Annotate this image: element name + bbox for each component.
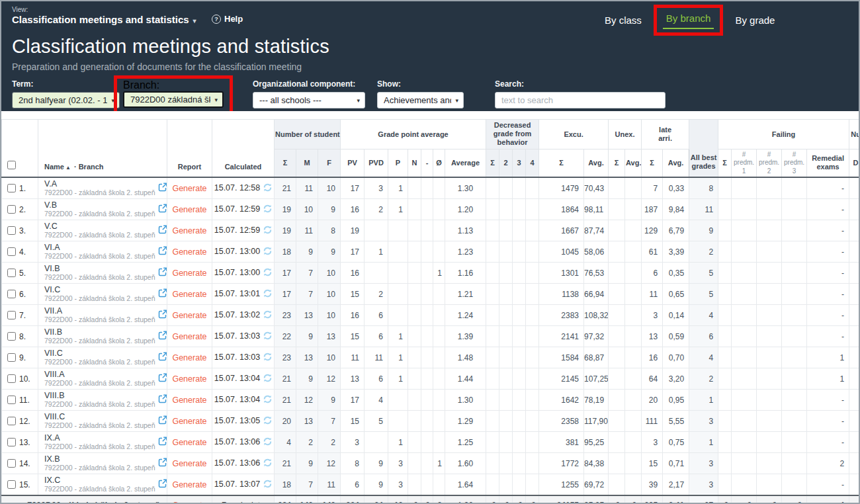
generate-link[interactable]: Generate xyxy=(172,226,206,235)
open-class-link[interactable] xyxy=(158,267,167,278)
generate-link[interactable]: Generate xyxy=(172,374,206,384)
stat-cell: 10 xyxy=(296,199,318,220)
row-checkbox[interactable] xyxy=(7,290,16,298)
view-selector[interactable]: View: Classification meetings and statis… xyxy=(12,6,196,25)
stat-cell: 20 xyxy=(642,390,663,411)
generate-link[interactable]: Generate xyxy=(172,353,206,362)
row-index: 3. xyxy=(19,226,26,235)
generate-link[interactable]: Generate xyxy=(172,396,206,405)
generate-link[interactable]: Generate xyxy=(172,332,206,341)
tab-by-grade[interactable]: By grade xyxy=(726,15,784,26)
row-checkbox[interactable] xyxy=(7,459,16,468)
recalculate-icon[interactable] xyxy=(263,204,272,215)
open-class-link[interactable] xyxy=(158,437,167,448)
class-name: IX.C xyxy=(44,476,155,485)
column-header-name[interactable]: Name▲ · Branch xyxy=(38,120,167,178)
recalculate-icon[interactable] xyxy=(263,289,272,300)
stat-cell xyxy=(718,411,732,432)
branch-select[interactable]: 7922D00 základná škola 2. stupeň▾ xyxy=(123,91,224,108)
report-cell: Generate xyxy=(167,390,212,411)
stat-cell: 5 xyxy=(689,263,718,284)
stat-cell xyxy=(408,305,421,326)
row-checkbox[interactable] xyxy=(7,184,16,192)
row-checkbox[interactable] xyxy=(7,247,16,256)
recalculate-icon[interactable] xyxy=(263,480,272,490)
open-class-link[interactable] xyxy=(158,458,167,469)
row-checkbox[interactable] xyxy=(7,438,16,446)
recalculate-icon[interactable] xyxy=(263,226,272,236)
calculated-time: 15.07. 13:03 xyxy=(214,331,261,341)
row-checkbox[interactable] xyxy=(7,417,16,425)
total-stat-cell: 0 xyxy=(526,495,539,504)
stat-cell: 18 xyxy=(275,474,296,496)
stat-cell: - xyxy=(807,305,849,326)
recalculate-icon[interactable] xyxy=(263,331,272,342)
search-input[interactable] xyxy=(495,92,666,108)
row-checkbox[interactable] xyxy=(7,269,16,277)
open-class-link[interactable] xyxy=(158,479,167,490)
recalculate-icon[interactable] xyxy=(263,183,272,194)
row-checkbox[interactable] xyxy=(7,332,16,341)
open-class-link[interactable] xyxy=(158,331,167,342)
recalculate-icon[interactable] xyxy=(263,310,272,321)
select-all-checkbox[interactable] xyxy=(7,161,16,169)
generate-link[interactable]: Generate xyxy=(172,417,206,426)
class-name: V.B xyxy=(44,200,155,210)
show-select[interactable]: Achievements and attendance▾ xyxy=(377,92,464,108)
term-select[interactable]: 2nd halfyear (02.02. - 10.▾ xyxy=(12,92,120,108)
row-checkbox[interactable] xyxy=(7,205,16,214)
row-checkbox[interactable] xyxy=(7,311,16,319)
component-select[interactable]: --- all schools ---▾ xyxy=(253,92,365,108)
open-class-link[interactable] xyxy=(158,394,167,405)
stat-cell: 6,79 xyxy=(663,220,689,241)
recalculate-icon[interactable] xyxy=(263,395,272,405)
view-dropdown[interactable]: Classification meetings and statistics▾ xyxy=(12,14,196,25)
row-index: 14. xyxy=(19,459,30,468)
row-checkbox[interactable] xyxy=(7,353,16,362)
generate-link[interactable]: Generate xyxy=(172,290,206,299)
row-checkbox[interactable] xyxy=(7,226,16,235)
row-checkbox[interactable] xyxy=(7,480,16,489)
calculated-time: 15.07. 13:00 xyxy=(214,268,261,277)
open-class-link[interactable] xyxy=(158,183,167,194)
stat-cell xyxy=(499,432,513,453)
generate-link[interactable]: Generate xyxy=(172,438,206,447)
generate-link[interactable]: Generate xyxy=(172,269,206,278)
recalculate-icon[interactable] xyxy=(263,437,272,448)
class-name-cell: VII.A7922D00 - základná škola 2. stupeň xyxy=(38,305,167,326)
open-class-link[interactable] xyxy=(158,415,167,427)
open-class-link[interactable] xyxy=(158,204,167,215)
open-class-link[interactable] xyxy=(158,246,167,257)
recalculate-icon[interactable] xyxy=(263,268,272,278)
refresh-icon xyxy=(263,458,272,467)
help-link[interactable]: ? Help xyxy=(212,14,243,24)
row-checkbox[interactable] xyxy=(7,374,16,383)
open-class-link[interactable] xyxy=(158,225,167,236)
subheader-dash: - xyxy=(421,149,433,177)
recalculate-icon[interactable] xyxy=(263,374,272,384)
row-checkbox[interactable] xyxy=(7,396,16,404)
refresh-icon xyxy=(263,289,272,298)
recalculate-link[interactable]: Recalculate xyxy=(222,501,265,504)
generate-link[interactable]: Generate xyxy=(172,247,206,257)
recalculate-icon[interactable] xyxy=(263,353,272,363)
recalculate-icon[interactable] xyxy=(263,416,272,427)
recalculate-icon[interactable] xyxy=(263,247,272,257)
class-name-cell: V.B7922D00 - základná škola 2. stupeň xyxy=(38,199,167,220)
class-name-cell: V.C7922D00 - základná škola 2. stupeň xyxy=(38,220,167,241)
external-link-icon xyxy=(158,246,167,255)
open-class-link[interactable] xyxy=(158,373,167,384)
tab-by-class[interactable]: By class xyxy=(595,15,651,26)
open-class-link[interactable] xyxy=(158,310,167,321)
generate-link[interactable]: Generate xyxy=(172,205,206,214)
generate-link[interactable]: Generate xyxy=(172,459,206,468)
generate-link[interactable]: Generate xyxy=(172,184,206,193)
recalculate-icon[interactable] xyxy=(263,458,272,469)
stat-cell xyxy=(849,390,859,411)
open-class-link[interactable] xyxy=(158,352,167,363)
tab-by-branch[interactable]: By branch xyxy=(663,13,714,29)
open-class-link[interactable] xyxy=(158,288,167,300)
generate-all-link[interactable]: Generate xyxy=(172,501,206,504)
generate-link[interactable]: Generate xyxy=(172,480,206,489)
generate-link[interactable]: Generate xyxy=(172,311,206,320)
